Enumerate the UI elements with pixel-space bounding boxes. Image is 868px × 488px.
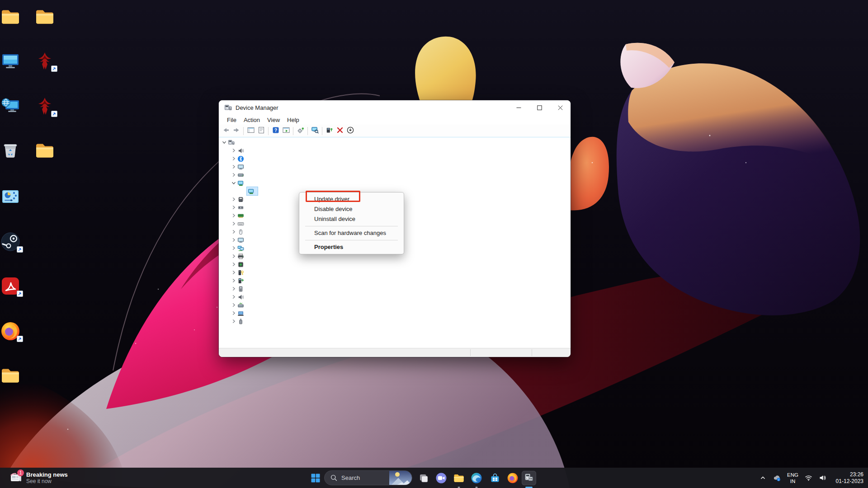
context-menu-item-properties[interactable]: Properties xyxy=(299,242,404,252)
desktop-icon-steam[interactable] xyxy=(0,231,34,253)
tree-item-software-devices[interactable] xyxy=(219,285,571,293)
tree-item-storage-controllers[interactable] xyxy=(219,301,571,309)
menu-help[interactable]: Help xyxy=(283,116,303,124)
onedrive-icon[interactable]: i xyxy=(771,473,782,483)
desktop-icon-recycle-bin[interactable] xyxy=(0,140,34,162)
shortcut-arrow-icon xyxy=(17,291,23,297)
chevron-right-icon[interactable] xyxy=(230,155,237,162)
chevron-right-icon[interactable] xyxy=(230,253,237,260)
scan-hardware-toolbar-button[interactable] xyxy=(310,126,320,136)
chevron-right-icon[interactable] xyxy=(230,236,237,244)
search-box[interactable]: Search xyxy=(324,470,412,485)
desktop-icon-control-panel[interactable] xyxy=(0,186,34,208)
volume-icon[interactable] xyxy=(817,473,828,483)
desktop-icon-network[interactable] xyxy=(0,96,34,118)
file-explorer-taskbar-button[interactable] xyxy=(452,471,466,485)
action-pane-toolbar-button[interactable] xyxy=(281,126,291,136)
desktop-icon-windows[interactable] xyxy=(34,140,69,162)
microsoft-store-taskbar-button[interactable] xyxy=(488,471,502,485)
chevron-right-icon[interactable] xyxy=(230,277,237,284)
chevron-right-icon[interactable] xyxy=(230,220,237,227)
disable-device-toolbar-button[interactable] xyxy=(345,126,355,136)
tb-uninstall-icon xyxy=(336,126,344,136)
tree-item-blackbox[interactable] xyxy=(219,138,571,146)
selected-tree-item[interactable] xyxy=(247,187,258,195)
desktop-icon-this-pc[interactable] xyxy=(0,51,34,73)
desktop-icon-random[interactable] xyxy=(0,365,34,387)
desktop-icon-xda[interactable] xyxy=(34,6,69,28)
chevron-right-icon[interactable] xyxy=(230,310,237,317)
window-titlebar[interactable]: Device Manager xyxy=(219,100,571,115)
chevron-right-icon[interactable] xyxy=(230,212,237,219)
task-view-taskbar-button[interactable] xyxy=(416,471,431,485)
desktop-icon-firefox[interactable] xyxy=(0,321,34,343)
forward-toolbar-button[interactable] xyxy=(231,126,241,136)
uninstall-device-toolbar-button[interactable] xyxy=(335,126,345,136)
update-device-toolbar-button[interactable] xyxy=(324,126,335,136)
tree-item-bluetooth[interactable] xyxy=(219,155,571,163)
tb-scan-icon xyxy=(311,126,319,136)
tree-item-processors[interactable] xyxy=(219,260,571,268)
close-button[interactable] xyxy=(550,100,571,115)
tree-item-sound-video-and-game-controllers[interactable] xyxy=(219,293,571,301)
desktop-icon-pradeep-menon[interactable] xyxy=(0,6,34,28)
tb-console-icon xyxy=(247,126,255,136)
context-menu-item-scan-for-hardware-changes[interactable]: Scan for hardware changes xyxy=(299,228,404,238)
tree-item-audio-inputs-and-outputs[interactable] xyxy=(219,146,571,155)
menu-file[interactable]: File xyxy=(223,116,240,124)
desktop-icon-acrobat-reader[interactable] xyxy=(0,276,34,298)
chevron-right-icon[interactable] xyxy=(230,228,237,235)
maximize-button[interactable] xyxy=(529,100,550,115)
system-icon xyxy=(237,310,245,317)
chevron-right-icon[interactable] xyxy=(230,204,237,211)
processor-icon xyxy=(237,261,245,268)
chevron-right-icon[interactable] xyxy=(230,269,237,276)
chevron-down-icon[interactable] xyxy=(221,139,228,146)
annotation-highlight-box xyxy=(306,191,360,202)
chevron-right-icon[interactable] xyxy=(230,261,237,268)
recycle-bin-icon xyxy=(0,140,34,161)
chevron-down-icon[interactable] xyxy=(230,179,237,187)
tray-chevron-up-icon[interactable] xyxy=(757,473,768,483)
tree-item-display-adapters[interactable] xyxy=(219,179,571,187)
tray-time: 23:26 xyxy=(831,471,863,478)
device-manager-taskbar-button[interactable] xyxy=(522,471,536,485)
context-menu-item-disable-device[interactable]: Disable device xyxy=(299,204,404,214)
tree-item-universal-serial-bus-controllers[interactable] xyxy=(219,317,571,325)
tree-item-computer[interactable] xyxy=(219,163,571,171)
minimize-button[interactable] xyxy=(508,100,529,115)
edge-taskbar-button[interactable] xyxy=(469,471,484,485)
desktop-icon-quake3-arena[interactable] xyxy=(34,96,69,118)
tree-item-software-components[interactable] xyxy=(219,277,571,285)
firefox-taskbar-button[interactable] xyxy=(505,471,520,485)
language-indicator[interactable]: ENG IN xyxy=(787,472,798,484)
help-toolbar-button[interactable]: ? xyxy=(270,126,281,136)
desktop-icon-quake3-team-arena[interactable] xyxy=(34,51,69,73)
properties-pane-toolbar-button[interactable] xyxy=(256,126,266,136)
chat-taskbar-button[interactable] xyxy=(434,471,448,485)
chevron-right-icon[interactable] xyxy=(230,196,237,203)
chevron-right-icon[interactable] xyxy=(230,171,237,178)
start-taskbar-button[interactable] xyxy=(308,471,323,485)
chevron-right-icon[interactable] xyxy=(230,244,237,252)
tree-item-security-devices[interactable] xyxy=(219,268,571,277)
menu-view[interactable]: View xyxy=(264,116,283,124)
menu-action[interactable]: Action xyxy=(240,116,264,124)
show-console-tree-toolbar-button[interactable] xyxy=(245,126,256,136)
tree-item-system-devices[interactable] xyxy=(219,309,571,317)
chevron-right-icon[interactable] xyxy=(230,147,237,154)
chevron-right-icon[interactable] xyxy=(230,163,237,170)
chevron-right-icon[interactable] xyxy=(230,301,237,309)
clock[interactable]: 23:26 01-12-2023 xyxy=(831,471,863,485)
chevron-right-icon[interactable] xyxy=(230,293,237,300)
chevron-right-icon[interactable] xyxy=(230,318,237,325)
chevron-right-icon[interactable] xyxy=(230,285,237,292)
wifi-icon[interactable] xyxy=(803,473,814,483)
back-toolbar-button[interactable] xyxy=(221,126,231,136)
context-menu-item-uninstall-device[interactable]: Uninstall device xyxy=(299,214,404,224)
explorer-icon xyxy=(453,472,465,484)
shortcut-arrow-icon xyxy=(17,246,23,253)
update-driver-toolbar-button[interactable] xyxy=(295,126,306,136)
tree-item-disk-drives[interactable] xyxy=(219,171,571,179)
widgets-button[interactable]: 1 Breaking news See it now xyxy=(7,470,71,486)
